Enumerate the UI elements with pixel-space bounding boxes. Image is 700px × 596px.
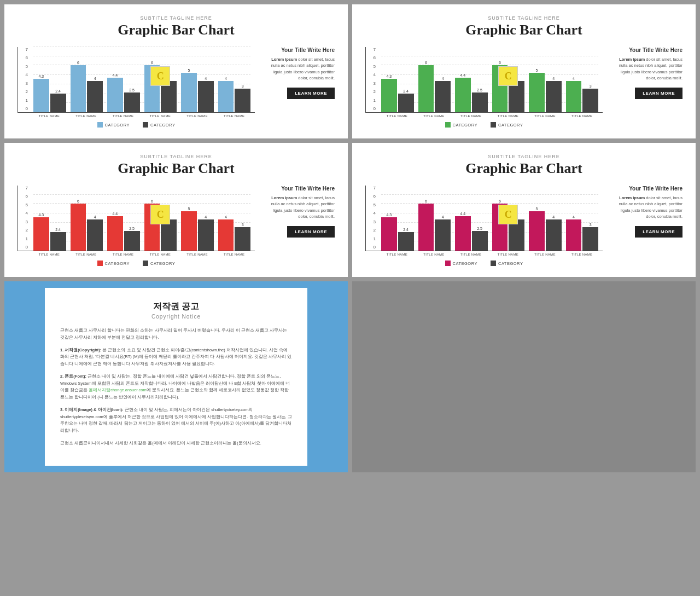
legend-red: CATEGORY CATEGORY	[18, 261, 255, 266]
subtitle-red: SUBTITLE TAGLINE HERE	[18, 154, 335, 159]
learn-button-green[interactable]: LEARN MORE	[635, 88, 682, 99]
chart-container-purple: 0 1 2 3 4 5 6 7 4.3 2.4	[365, 186, 603, 266]
logo-overlay-purple: C	[498, 205, 518, 224]
y-label-2: 2	[18, 89, 30, 94]
gridline-g4	[381, 74, 598, 75]
y-label-g3: 3	[366, 81, 378, 86]
bar-chart-red: 0 1 2 3 4 5 6 7 4.3 2.4	[18, 186, 255, 266]
subtitle-blue: SUBTITLE TAGLINE HERE	[18, 15, 335, 21]
x-label-2: TITLE NAME	[70, 114, 103, 118]
bar-wrapper-5b: 4	[198, 77, 214, 112]
legend-label-1: CATEGORY	[105, 123, 130, 128]
bar-5b	[198, 81, 214, 112]
legend-box-2	[143, 122, 148, 128]
gridline-g5	[381, 65, 598, 65]
bar-group-1: 4.3 2.4	[33, 74, 66, 112]
y-label-g0: 0	[366, 106, 378, 111]
barg-6a	[566, 81, 582, 112]
gridline-4	[33, 74, 250, 75]
gridline-7	[33, 47, 250, 47]
y-label-g4: 4	[366, 72, 378, 77]
bar-3a	[107, 78, 123, 112]
chart-container-blue: 0 1 2 3 4 5 6 7 4.3	[18, 47, 255, 128]
title-red: Graphic Bar Chart	[18, 160, 335, 177]
bar-group-3: 4.4 2.5	[107, 73, 140, 112]
legend-green: CATEGORY CATEGORY	[365, 122, 603, 128]
y-axis-blue: 0 1 2 3 4 5 6 7	[18, 47, 30, 112]
subtitle-purple: SUBTITLE TAGLINE HERE	[365, 154, 682, 159]
legend-blue: CATEGORY CATEGORY	[18, 122, 255, 128]
barg-2b	[435, 81, 451, 112]
y-label-g5: 5	[366, 64, 378, 69]
copyright-para-3: 3. 이에지(Image) & 아이건(Icon): 근현소 내이 및 사탐는,…	[60, 407, 292, 435]
x-label-3: TITLE NAME	[107, 114, 139, 118]
bar-wrapper-3a: 4.4	[107, 73, 123, 112]
y-label-1: 1	[18, 98, 30, 103]
bar-2a	[71, 65, 86, 112]
y-label-5: 5	[18, 64, 30, 69]
gridline-5	[33, 65, 250, 65]
bar-5a	[181, 73, 197, 112]
bar-group-g2: 6 4	[418, 61, 451, 112]
y-label-3: 3	[18, 81, 30, 86]
barg-3b	[472, 92, 488, 112]
title-green: Graphic Bar Chart	[365, 22, 682, 38]
chart-container-green: 0 1 2 3 4 5 6 7 4.3 2.4	[365, 47, 603, 128]
y-label-g2: 2	[366, 89, 378, 94]
bar-2b	[87, 81, 103, 112]
legend-box-1	[97, 122, 103, 128]
chart-info-red: Your Title Write Here Lorem ipsum dolor …	[264, 186, 335, 238]
bar-group-g1: 4.3 2.4	[381, 74, 414, 112]
bar-wrapper-5a: 5	[181, 68, 197, 112]
y-label-g6: 6	[366, 55, 378, 60]
x-label-5: TITLE NAME	[181, 114, 214, 118]
y-axis-red: 0 1 2 3 4 5 6 7	[18, 186, 30, 251]
x-labels-purple: TITLE NAME TITLE NAME TITLE NAME TITLE N…	[365, 253, 603, 256]
legend-purple: CATEGORY CATEGORY	[365, 261, 603, 266]
bottom-right-panel	[352, 281, 696, 472]
barg-5a	[529, 73, 545, 112]
x-label-1: TITLE NAME	[33, 114, 66, 118]
bar-1b	[50, 94, 66, 112]
x-label-4: TITLE NAME	[144, 114, 177, 118]
chart-area-green: 0 1 2 3 4 5 6 7 4.3 2.4	[365, 47, 682, 128]
barg-5b	[546, 81, 562, 112]
chart-info-blue: Your Title Write Here Lorem ipsum dolor …	[264, 47, 335, 99]
bar-wrapper-6a: 4	[218, 77, 234, 112]
bar-chart-purple: 0 1 2 3 4 5 6 7 4.3 2.4	[365, 186, 603, 266]
learn-button-blue[interactable]: LEARN MORE	[287, 88, 335, 99]
y-label-g1: 1	[366, 98, 378, 103]
bar-chart-green: 0 1 2 3 4 5 6 7 4.3 2.4	[365, 47, 603, 128]
title-purple: Graphic Bar Chart	[365, 160, 682, 177]
legend-item-1: CATEGORY	[97, 122, 130, 128]
x-labels-blue: TITLE NAME TITLE NAME TITLE NAME TITLE N…	[18, 114, 255, 118]
bar-wrapper-6b: 3	[235, 84, 250, 112]
logo-overlay-blue: C	[150, 66, 170, 86]
chart-area-purple: 0 1 2 3 4 5 6 7 4.3 2.4	[365, 186, 682, 266]
x-labels-green: TITLE NAME TITLE NAME TITLE NAME TITLE N…	[365, 114, 603, 118]
bar-group-5: 5 4	[181, 68, 214, 112]
bar-group-g3: 4.4 2.5	[455, 73, 488, 112]
learn-button-red[interactable]: LEARN MORE	[287, 226, 335, 238]
bar-6b	[235, 89, 250, 112]
learn-button-purple[interactable]: LEARN MORE	[635, 226, 682, 238]
y-label-6: 6	[18, 55, 30, 60]
info-text-purple: Lorem ipsum dolor sit amet, lacus nulla …	[611, 195, 682, 219]
info-title-purple: Your Title Write Here	[611, 186, 682, 192]
card-green: SUBTITLE TAGLINE HERE Graphic Bar Chart	[352, 4, 696, 138]
bar-wrapper-2b: 4	[87, 77, 103, 112]
bar-group-g5: 5 4	[529, 68, 562, 112]
copyright-title-kr: 저작권 공고	[60, 301, 292, 313]
info-title-green: Your Title Write Here	[611, 47, 682, 53]
info-title-blue: Your Title Write Here	[264, 47, 335, 53]
chart-inner-red: 0 1 2 3 4 5 6 7 4.3 2.4	[18, 186, 255, 251]
bar-wrapper-2a: 6	[71, 61, 86, 112]
bar-group-g4: 6 4 C	[492, 61, 525, 112]
y-label-4: 4	[18, 72, 30, 77]
legend-item-2: CATEGORY	[143, 122, 175, 128]
copyright-para-2: 2. 폰트(Font): 근현소 내이 및 사탐는, 정합 폰느늘 내이에에 사…	[60, 373, 292, 401]
bar-group-4: 6 4 C	[144, 61, 177, 112]
y-axis-green: 0 1 2 3 4 5 6 7	[366, 47, 378, 112]
chart-inner-green: 0 1 2 3 4 5 6 7 4.3 2.4	[365, 47, 603, 113]
bar-group-g6: 4 3	[566, 77, 599, 112]
